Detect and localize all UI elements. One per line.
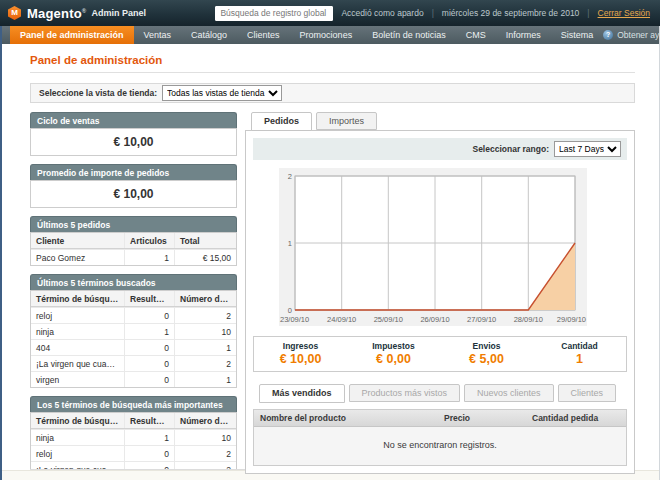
store-view-label: Seleccione la vista de tienda: [39,88,157,98]
svg-text:1: 1 [288,239,292,248]
table-cell: 2 [174,356,236,371]
empty-message: No se encontraron registros. [254,427,626,465]
svg-text:23/09/10: 23/09/10 [280,315,309,324]
tab-pedidos[interactable]: Pedidos [251,112,312,131]
table-cell: 0 [124,308,174,323]
table-cell: 0 [124,446,174,461]
table-row[interactable]: ninja110 [31,323,236,339]
table-row[interactable]: ¡La virgen que cuadro!02 [31,355,236,371]
table-cell: 1 [174,340,236,355]
tab-clientes[interactable]: Clientes [558,384,617,402]
nav-item-clientes[interactable]: Clientes [237,26,290,44]
nav-item-informes[interactable]: Informes [496,26,551,44]
table-cell: 0 [124,356,174,371]
table-cell: 10 [174,430,236,445]
orders-chart: 01223/09/1024/09/1025/09/1026/09/1027/09… [279,168,587,326]
nav-item-ventas[interactable]: Ventas [134,26,182,44]
widget-title: Últimos 5 pedidos [30,216,237,232]
table-header-row: Término de búsquedaResultadosNúmero de u… [31,291,236,307]
page-body: Panel de administraciónVentasCatálogoCli… [0,26,660,480]
stat-value: 1 [533,352,626,366]
orders-panel: Seleccionar rango: Last 7 Days 01223/09/… [245,130,635,474]
products-table: Nombre del producto Precio Cantidad pedi… [253,409,627,466]
column-header: Precio [438,410,526,426]
average-order-widget: Promedio de importe de pedidos € 10,00 [30,164,237,208]
tab-productos-mas-vistos[interactable]: Productos más vistos [349,384,461,402]
nav-items: Panel de administraciónVentasCatálogoCli… [10,26,603,44]
table-cell: 2 [174,446,236,461]
nav-item-sistema[interactable]: Sistema [551,26,604,44]
table-cell: reloj [31,308,124,323]
column-header: Número de usos [174,413,236,428]
svg-text:2: 2 [288,172,292,181]
table-row[interactable]: 40401 [31,339,236,355]
stat-value: € 0,00 [347,352,440,366]
stat-value: € 10,00 [254,352,347,366]
logout-link[interactable]: Cerrar Sesión [598,8,650,18]
range-bar: Seleccionar rango: Last 7 Days [253,138,627,160]
range-select[interactable]: Last 7 Days [554,141,621,157]
nav-item-promociones[interactable]: Promociones [290,26,363,44]
tab-nuevos-clientes[interactable]: Nuevos clientes [464,384,554,402]
magento-admin-page: M Magento® Admin Panel Accedió como apar… [0,0,660,480]
sales-cycle-widget: Ciclo de ventas € 10,00 [30,112,237,156]
stat-value: € 5,00 [440,352,533,366]
svg-text:26/09/10: 26/09/10 [420,315,449,324]
right-column: PedidosImportes Seleccionar rango: Last … [245,112,635,474]
column-header: Total [174,233,236,248]
column-header: Articulos [124,233,174,248]
global-search-input[interactable] [215,6,333,21]
sales-cycle-value: € 10,00 [30,128,237,156]
left-column: Ciclo de ventas € 10,00 Promedio de impo… [30,112,237,480]
column-header: Término de búsqueda [31,413,124,428]
column-header: Resultados [124,291,174,306]
average-order-value: € 10,00 [30,180,237,208]
table-row[interactable]: reloj02 [31,307,236,323]
table-row[interactable]: ninja110 [31,429,236,445]
nav-item-cms[interactable]: CMS [456,26,496,44]
tab-importes[interactable]: Importes [316,112,377,130]
main-nav: Panel de administraciónVentasCatálogoCli… [2,26,659,44]
stat-cantidad: Cantidad1 [533,337,626,371]
nav-item-catalogo[interactable]: Catálogo [181,26,237,44]
last-search-terms-widget: Últimos 5 términos buscados Término de b… [30,274,237,388]
table-cell: 0 [124,372,174,387]
header-separator: | [432,8,434,18]
table-cell: 404 [31,340,124,355]
registered-mark: ® [82,7,87,13]
products-tabs: Más vendidosProductos más vistosNuevos c… [253,384,627,402]
tab-mas-vendidos[interactable]: Más vendidos [259,384,345,403]
magento-logo-icon: M [8,6,21,20]
stat-envios: Envios€ 5,00 [440,337,533,371]
table-cell: ¡La virgen que cuadro! [31,356,124,371]
page-title: Panel de administración [30,51,635,72]
table-cell: Paco Gomez [31,250,124,265]
range-label: Seleccionar rango: [472,144,549,154]
table-header-row: Nombre del producto Precio Cantidad pedi… [254,410,626,427]
table-header-row: Término de búsquedaResultadosNúmero de u… [31,413,236,429]
dashboard-tabs: PedidosImportes [245,112,635,130]
table-row[interactable]: virgen01 [31,371,236,387]
last-orders-table: ClienteArticulosTotalPaco Gomez1€ 15,00 [30,232,237,266]
header-right: Accedió como apardo | miércoles 29 de se… [215,6,650,21]
column-header: Cliente [31,233,124,248]
table-header-row: ClienteArticulosTotal [31,233,236,249]
table-cell: reloj [31,446,124,461]
widget-title: Últimos 5 términos buscados [30,274,237,290]
logo-subtitle: Admin Panel [91,8,146,18]
stat-ingresos: Ingresos€ 10,00 [254,337,347,371]
help-link[interactable]: ? Obtener ayuda para esta página [603,26,660,44]
nav-item-dashboard[interactable]: Panel de administración [10,26,134,44]
column-header: Resultados [124,413,174,428]
svg-text:0: 0 [288,306,292,315]
table-cell: 2 [174,308,236,323]
date-text: miércoles 29 de septiembre de 2010 [442,8,580,18]
widget-title: Ciclo de ventas [30,112,237,128]
nav-item-boletin[interactable]: Boletín de noticias [362,26,456,44]
store-view-select[interactable]: Todas las vistas de tienda [162,85,282,101]
help-label: Obtener ayuda para esta página [617,30,660,40]
table-cell: 0 [124,340,174,355]
content-area: Panel de administración Seleccione la vi… [2,44,659,469]
table-row[interactable]: reloj02 [31,445,236,461]
table-row[interactable]: Paco Gomez1€ 15,00 [31,249,236,265]
